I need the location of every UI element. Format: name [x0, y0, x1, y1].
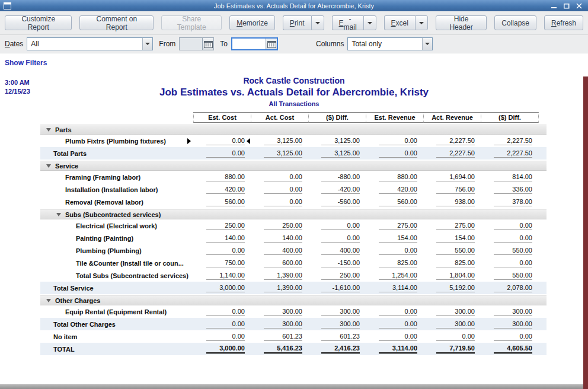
amount-cell: 7,719.50	[423, 345, 481, 354]
from-calendar-button[interactable]	[202, 38, 213, 50]
amount-cell: 560.00	[193, 198, 251, 206]
to-date-input[interactable]	[232, 39, 266, 49]
amount-cell: 2,416.23	[308, 345, 366, 354]
amount-cell: 2,227.50	[481, 137, 538, 145]
report-timestamp: 3:00 AM 12/15/23	[5, 78, 30, 96]
amount-cell: -880.00	[308, 173, 366, 181]
item-row[interactable]: Electrical (Electrical work)250.00250.00…	[40, 219, 547, 232]
row-label: Framing (Framing labor)	[40, 174, 193, 181]
comment-on-report-button[interactable]: Comment on Report	[79, 15, 154, 30]
collapse-triangle-icon[interactable]	[46, 164, 51, 168]
amount-cell: 1,254.00	[366, 272, 423, 280]
amount-cell: 0.00	[193, 320, 251, 329]
amount-cell: 275.00	[423, 222, 481, 230]
amount-cell: 378.00	[481, 198, 538, 206]
row-label: Installation (Installation labor)	[40, 186, 193, 193]
amount-cell: 400.00	[308, 247, 366, 255]
amount-cell: 154.00	[366, 234, 423, 243]
total-row[interactable]: Total Other Charges0.00300.00300.000.003…	[40, 318, 547, 330]
item-row[interactable]: Installation (Installation labor)420.000…	[40, 183, 547, 196]
memorize-button[interactable]: Memorize	[229, 15, 275, 30]
amount-cell: 300.00	[481, 320, 538, 329]
excel-dropdown-button[interactable]	[415, 15, 428, 30]
columns-dropdown[interactable]: Total only	[347, 37, 433, 50]
email-dropdown-button[interactable]	[363, 15, 376, 30]
row-label: Plumb Fixtrs (Plumbing fixtures)	[40, 138, 193, 145]
dates-dropdown-arrow[interactable]	[142, 38, 152, 50]
amount-cell: 0.00	[481, 333, 538, 341]
amount-cell: 300.00	[423, 320, 481, 329]
amount-cell: 0.00	[366, 149, 423, 158]
amount-cell: -560.00	[308, 198, 366, 206]
to-label: To	[220, 40, 228, 48]
amount-cell: 2,227.50	[481, 149, 538, 158]
row-label: Plumbing (Plumbing)	[40, 247, 193, 254]
to-date-field[interactable]	[231, 37, 278, 50]
amount-cell: 300.00	[308, 308, 366, 316]
dates-dropdown[interactable]: All	[27, 37, 153, 50]
collapse-triangle-icon[interactable]	[46, 299, 51, 302]
amount-cell: -1,610.00	[308, 284, 366, 292]
amount-cell: 3,000.00	[193, 345, 251, 354]
from-date-input[interactable]	[180, 38, 202, 50]
print-button[interactable]: Print	[283, 15, 311, 30]
hide-header-button-group: Hide Header	[436, 15, 487, 30]
report-time: 3:00 AM	[5, 78, 30, 87]
amount-cell: 880.00	[193, 173, 251, 181]
section-label: Subs (Subcontracted services)	[65, 211, 161, 218]
item-row[interactable]: Painting (Painting)140.00140.000.00154.0…	[40, 232, 547, 244]
amount-cell: 140.00	[251, 234, 308, 243]
item-row[interactable]: Tile &Counter (Install tile or coun...75…	[40, 257, 547, 269]
header-spacer	[40, 112, 193, 123]
print-dropdown-button[interactable]	[311, 15, 324, 30]
drilldown-left-arrow-icon	[247, 138, 250, 144]
amount-cell: 2,227.50	[423, 149, 481, 158]
amount-cell: 3,114.00	[366, 345, 423, 354]
amount-cell: 154.00	[423, 234, 481, 243]
refresh-button-group: Refresh	[544, 15, 583, 30]
item-row[interactable]: Removal (Removal labor)560.000.00-560.00…	[40, 196, 547, 208]
column-header: ($) Diff.	[308, 112, 366, 123]
collapse-triangle-icon[interactable]	[46, 128, 51, 132]
from-date-field[interactable]	[179, 37, 214, 50]
minimize-button[interactable]	[551, 3, 557, 9]
amount-cell: 560.00	[366, 198, 423, 206]
collapse-triangle-icon[interactable]	[56, 213, 61, 216]
amount-cell: 0.00	[481, 222, 538, 230]
hide-header-button[interactable]: Hide Header	[436, 15, 487, 30]
email-button[interactable]: E-mail	[332, 15, 363, 30]
refresh-button[interactable]: Refresh	[544, 15, 583, 30]
maximize-button[interactable]	[564, 3, 570, 9]
item-row[interactable]: Plumbing (Plumbing)0.00400.00400.000.005…	[40, 244, 547, 257]
show-filters-link[interactable]: Show Filters	[5, 59, 47, 67]
row-label: Total Other Charges	[40, 321, 193, 328]
amount-cell: 0.00	[193, 333, 251, 341]
amount-cell: 3,125.00	[308, 149, 366, 158]
item-row[interactable]: Framing (Framing labor)880.000.00-880.00…	[40, 171, 547, 183]
excel-button-group: Excel	[384, 15, 428, 30]
item-row[interactable]: Plumb Fixtrs (Plumbing fixtures)0.003,12…	[40, 135, 547, 147]
excel-button[interactable]: Excel	[384, 15, 415, 30]
amount-cell: 2,078.00	[481, 284, 538, 292]
amount-cell: 550.00	[423, 247, 481, 255]
columns-dropdown-arrow[interactable]	[422, 38, 432, 50]
close-button[interactable]	[576, 3, 582, 9]
column-header: Act. Revenue	[423, 112, 481, 123]
amount-cell: 0.00	[251, 198, 308, 206]
section-row: Other Charges	[40, 295, 547, 305]
collapse-button[interactable]: Collapse	[494, 15, 536, 30]
amount-cell: -150.00	[308, 259, 366, 267]
amount-cell: 0.00	[308, 234, 366, 243]
grand-total-row[interactable]: TOTAL3,000.005,416.232,416.233,114.007,7…	[40, 343, 547, 355]
item-row[interactable]: No item0.00601.23601.230.000.000.00	[40, 330, 547, 343]
to-calendar-button[interactable]	[266, 39, 277, 49]
amount-cell: 1,390.00	[251, 284, 308, 292]
total-row[interactable]: Total Parts0.003,125.003,125.000.002,227…	[40, 147, 547, 160]
item-row[interactable]: Equip Rental (Equipment Rental)0.00300.0…	[40, 305, 547, 318]
customize-report-button[interactable]: Customize Report	[5, 15, 72, 30]
print-button-group: Print	[283, 15, 324, 30]
total-row[interactable]: Total Subs (Subcontracted services)1,140…	[40, 269, 547, 282]
columns-value: Total only	[348, 38, 422, 50]
amount-cell: 0.00	[308, 222, 366, 230]
total-row[interactable]: Total Service3,000.001,390.00-1,610.003,…	[40, 282, 547, 294]
